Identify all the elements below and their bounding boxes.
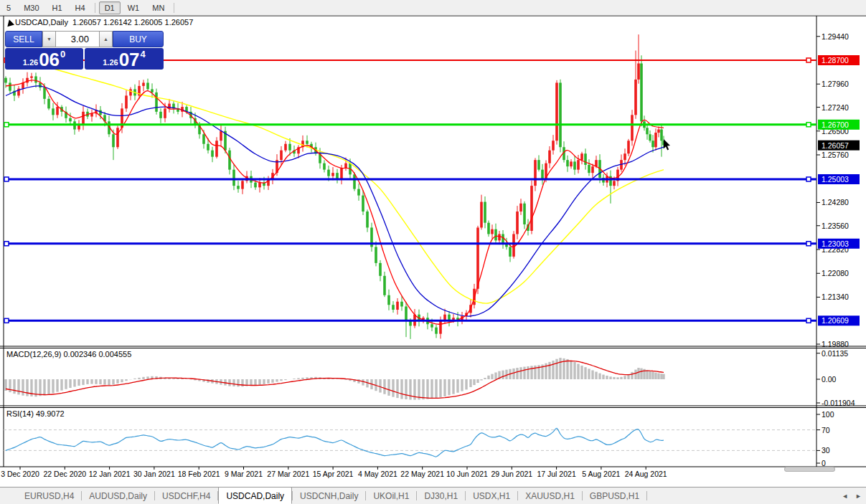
svg-text:0.00: 0.00: [822, 375, 837, 384]
one-click-toggle-icon[interactable]: [5, 19, 14, 27]
buy-button[interactable]: BUY: [113, 31, 164, 47]
svg-text:-0.011904: -0.011904: [822, 399, 855, 407]
svg-text:18 Feb 2021: 18 Feb 2021: [178, 470, 220, 478]
rsi-indicator-label: RSI(14) 49.9072: [6, 409, 65, 418]
price-axis: 1.294401.279601.272401.265001.257601.242…: [816, 32, 860, 467]
tab-separator: [646, 491, 647, 500]
svg-text:1.25760: 1.25760: [822, 151, 849, 159]
svg-text:17 Jul 2021: 17 Jul 2021: [537, 470, 575, 478]
hline-1.26700[interactable]: [4, 123, 816, 127]
svg-text:1.23560: 1.23560: [822, 222, 849, 230]
horizontal-scrollbar-thumb[interactable]: [784, 467, 835, 472]
ma-slow-line: [29, 60, 664, 303]
chart-canvas[interactable]: 1.294401.279601.272401.265001.257601.242…: [0, 16, 866, 486]
svg-text:1.21340: 1.21340: [822, 293, 849, 301]
sell-price-prefix: 1.26: [23, 58, 38, 67]
one-click-trading-panel: SELL ▼ 3.00 ▲ BUY 1.26 06 0 1.26 07 4: [5, 31, 164, 70]
svg-text:30: 30: [822, 446, 830, 455]
svg-text:30 Jan 2021: 30 Jan 2021: [133, 470, 175, 478]
buy-price-pipette: 4: [141, 49, 146, 60]
candles-layer: [4, 34, 665, 339]
timeframe-button-5[interactable]: 5: [1, 1, 17, 14]
macd-pane: [6, 358, 664, 400]
tab-audusd[interactable]: AUDUSD,Daily: [82, 489, 154, 503]
timeframe-button-h4[interactable]: H4: [70, 1, 91, 14]
buy-price-display[interactable]: 1.26 07 4: [85, 48, 164, 70]
timeframe-button-mn[interactable]: MN: [146, 1, 170, 14]
tab-xauusd[interactable]: XAUUSD,H1: [518, 489, 582, 503]
svg-text:29 Jun 2021: 29 Jun 2021: [491, 470, 532, 478]
date-axis: 3 Dec 202022 Dec 202012 Jan 202130 Jan 2…: [1, 467, 667, 478]
timeframe-button-h1[interactable]: H1: [47, 1, 68, 14]
macd-indicator-label: MACD(12,26,9) 0.002346 0.004555: [6, 350, 131, 358]
svg-text:1.27240: 1.27240: [822, 103, 849, 112]
svg-text:1.26057: 1.26057: [822, 141, 849, 150]
svg-text:1.22080: 1.22080: [822, 269, 849, 277]
tab-usdcad[interactable]: USDCAD,Daily: [218, 487, 292, 504]
volume-decrease-button[interactable]: ▼: [42, 31, 56, 47]
svg-text:1.29440: 1.29440: [822, 32, 849, 41]
tabs-scroll-right-icon[interactable]: ►: [855, 493, 862, 500]
hline-1.23003[interactable]: [4, 242, 816, 246]
rsi-pane: [4, 428, 816, 457]
timeframe-button-w1[interactable]: W1: [122, 1, 146, 14]
chart-window: 1.294401.279601.272401.265001.257601.242…: [0, 16, 866, 486]
mt4-window: 5M30H1H4D1W1MN 1.294401.279601.272401.26…: [0, 0, 866, 504]
sell-price-display[interactable]: 1.26 06 0: [5, 48, 83, 70]
volume-input[interactable]: 3.00: [56, 31, 99, 47]
svg-text:1.20609: 1.20609: [822, 316, 849, 325]
svg-text:1.24280: 1.24280: [822, 198, 849, 206]
svg-text:1.27960: 1.27960: [822, 80, 849, 88]
buy-price-big-digits: 07: [119, 50, 140, 69]
svg-text:1.19880: 1.19880: [822, 340, 849, 348]
svg-text:22 May 2021: 22 May 2021: [400, 470, 444, 478]
svg-text:5 Aug 2021: 5 Aug 2021: [582, 470, 620, 478]
chart-title: USDCAD,Daily 1.26057 1.26142 1.26005 1.2…: [15, 18, 193, 27]
svg-text:1.23003: 1.23003: [822, 239, 849, 248]
sell-price-pipette: 0: [60, 49, 65, 60]
timeframe-button-d1[interactable]: D1: [99, 1, 121, 14]
timeframe-toolbar: 5M30H1H4D1W1MN: [0, 0, 866, 16]
svg-text:100: 100: [822, 410, 834, 419]
sell-price-big-digits: 06: [39, 50, 60, 69]
buy-price-prefix: 1.26: [103, 58, 118, 67]
hline-1.25003[interactable]: [4, 177, 816, 181]
tabs-scroll-left-icon[interactable]: ◄: [842, 493, 848, 500]
tab-usdcnh[interactable]: USDCNH,Daily: [293, 489, 365, 503]
svg-text:10 Jun 2021: 10 Jun 2021: [446, 470, 488, 478]
svg-text:4 May 2021: 4 May 2021: [358, 470, 397, 478]
pane-borders: [0, 16, 866, 467]
svg-text:1.26700: 1.26700: [822, 120, 849, 129]
toolbar-divider: [174, 3, 174, 13]
tab-usdx[interactable]: USDX,H1: [466, 489, 517, 503]
svg-text:1.28700: 1.28700: [822, 56, 849, 65]
volume-increase-button[interactable]: ▲: [99, 31, 113, 47]
svg-text:12 Jan 2021: 12 Jan 2021: [89, 470, 131, 478]
timeframe-button-m30[interactable]: M30: [18, 1, 44, 14]
toolbar-divider: [95, 3, 95, 13]
svg-text:22 Dec 2020: 22 Dec 2020: [44, 470, 87, 478]
svg-text:3 Dec 2020: 3 Dec 2020: [1, 470, 39, 478]
tab-usdchf[interactable]: USDCHF,H4: [155, 489, 217, 503]
tab-dj30[interactable]: DJ30,H1: [417, 489, 465, 503]
tab-eurusd[interactable]: EURUSD,H4: [17, 489, 81, 503]
svg-text:70: 70: [822, 426, 830, 434]
chart-tab-bar: ◄ ► EURUSD,H4AUDUSD,DailyUSDCHF,H4USDCAD…: [0, 487, 866, 504]
svg-text:15 Apr 2021: 15 Apr 2021: [313, 470, 354, 478]
svg-text:1.25003: 1.25003: [822, 175, 849, 184]
sell-button[interactable]: SELL: [5, 31, 42, 47]
tab-ukoil[interactable]: UKOil,H1: [366, 489, 416, 503]
svg-text:9 Mar 2021: 9 Mar 2021: [225, 470, 263, 478]
tab-gbpusd[interactable]: GBPUSD,H1: [583, 489, 646, 503]
mouse-cursor-icon: [664, 139, 670, 150]
svg-text:0.01135: 0.01135: [822, 349, 848, 358]
svg-text:24 Aug 2021: 24 Aug 2021: [625, 470, 667, 478]
svg-text:27 Mar 2021: 27 Mar 2021: [267, 470, 309, 478]
